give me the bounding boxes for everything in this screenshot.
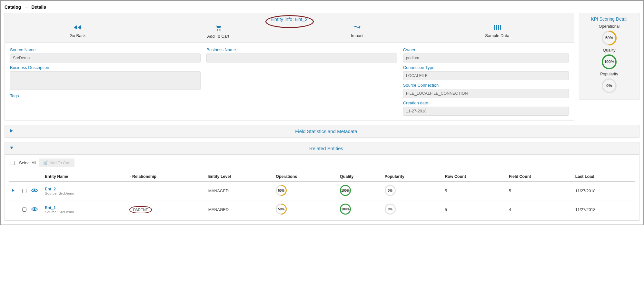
rewind-icon	[73, 24, 82, 31]
breadcrumb-details: Details	[31, 5, 46, 10]
impact-icon	[353, 24, 362, 31]
connection-type-field[interactable]	[403, 71, 569, 80]
row-expand-icon[interactable]	[11, 189, 15, 193]
sort-asc-icon: ↑	[129, 175, 131, 178]
kpi-mini-ring: 0%	[385, 185, 396, 196]
select-all-checkbox[interactable]	[11, 161, 15, 165]
entity-info-title: Entity info: Ent_2	[271, 16, 308, 22]
th-quality[interactable]: Quality	[338, 172, 383, 182]
cart-small-icon: 🛒	[43, 161, 48, 165]
select-all-label: Select All	[19, 160, 36, 165]
business-description-field[interactable]	[10, 71, 201, 90]
owner-label: Owner	[403, 47, 569, 52]
th-row-count[interactable]: Row Count	[443, 172, 507, 182]
th-entity-name[interactable]: Entity Name	[43, 172, 127, 182]
kpi-title: KPI Scoring Detail	[582, 16, 637, 22]
business-name-label: Business Name	[206, 47, 397, 52]
th-relationship[interactable]: ↑ Relationship	[127, 172, 206, 182]
entity-source-label: Source: SrcDemo	[45, 191, 125, 195]
last-load-cell: 11/27/2018	[573, 182, 635, 200]
expand-icon[interactable]	[9, 129, 14, 134]
entity-level-cell: MANAGED	[206, 182, 274, 200]
breadcrumb: Catalog → Details	[5, 3, 639, 13]
related-entities-body: Select All 🛒 Add To Cart Entity Name ↑ R…	[5, 155, 639, 221]
field-count-cell: 4	[507, 200, 573, 219]
svg-point-12	[34, 189, 35, 191]
svg-point-0	[217, 29, 218, 31]
related-entities-header[interactable]: Related Entities	[5, 142, 639, 155]
field-count-cell: 5	[507, 182, 573, 200]
kpi-mini-ring: 0%	[385, 204, 396, 215]
add-to-cart-button[interactable]: Add To Cart	[207, 24, 229, 39]
entity-source-label: Source: SrcDemo	[45, 210, 125, 214]
business-description-label: Business Description	[10, 65, 201, 70]
eye-icon[interactable]	[31, 188, 38, 194]
kpi-mini-ring: 50%	[276, 185, 287, 196]
row-checkbox[interactable]	[22, 207, 26, 212]
cart-icon	[215, 24, 222, 32]
creation-date-label: Creation date	[403, 101, 569, 105]
related-entities-table: Entity Name ↑ Relationship Entity Level …	[9, 172, 635, 219]
go-back-label: Go Back	[70, 33, 86, 38]
kpi-quality-label: Quality	[582, 48, 637, 53]
eye-icon[interactable]	[31, 207, 38, 212]
add-to-cart-label: Add To Cart	[207, 34, 229, 39]
kpi-panel: KPI Scoring Detail Operational 50% Quali…	[579, 13, 639, 100]
last-load-cell: 11/27/2018	[573, 200, 635, 219]
business-name-field[interactable]	[206, 53, 397, 62]
entity-level-cell: MANAGED	[206, 200, 274, 219]
collapse-icon[interactable]	[9, 146, 14, 151]
kpi-popularity-label: Popularity	[582, 72, 637, 76]
field-stats-title: Field Statistics and Metadata	[18, 129, 635, 134]
relationship-badge: PARENT	[129, 206, 152, 213]
th-popularity[interactable]: Popularity	[383, 172, 443, 182]
svg-rect-4	[498, 25, 499, 30]
entity-info-panel: Entity info: Ent_2 Go Back Add To Cart	[5, 13, 574, 43]
th-entity-level[interactable]: Entity Level	[206, 172, 274, 182]
kpi-operational-ring: 50%	[602, 31, 617, 45]
svg-rect-5	[500, 25, 501, 30]
kpi-operational-label: Operational	[582, 24, 637, 29]
add-to-cart-related-button[interactable]: 🛒 Add To Cart	[39, 159, 74, 167]
field-stats-header[interactable]: Field Statistics and Metadata	[5, 125, 639, 138]
related-entities-title: Related Entities	[18, 146, 635, 151]
table-row: Ent_1Source: SrcDemoPARENTMANAGED50%100%…	[9, 200, 635, 219]
row-count-cell: 5	[443, 200, 507, 219]
breadcrumb-catalog[interactable]: Catalog	[5, 5, 21, 10]
row-count-cell: 5	[443, 182, 507, 200]
th-field-count[interactable]: Field Count	[507, 172, 573, 182]
source-name-label: Source Name	[10, 47, 201, 52]
kpi-mini-ring: 100%	[340, 185, 351, 196]
svg-point-19	[34, 208, 35, 210]
source-connection-field[interactable]	[403, 89, 569, 98]
connection-type-label: Connection Type	[403, 65, 569, 70]
th-last-load[interactable]: Last Load	[573, 172, 635, 182]
entity-name-link[interactable]: Ent_2	[45, 187, 125, 191]
barcode-icon	[493, 24, 501, 31]
kpi-mini-ring: 50%	[276, 204, 287, 215]
source-connection-label: Source Connection	[403, 83, 569, 88]
svg-point-1	[219, 29, 221, 31]
source-name-field[interactable]	[10, 53, 201, 62]
impact-label: Impact	[351, 33, 363, 38]
creation-date-field[interactable]	[403, 107, 569, 116]
svg-rect-3	[496, 25, 497, 30]
entity-detail-body: Source Name Business Description Tags Bu…	[5, 43, 574, 120]
kpi-quality-ring: 100%	[602, 54, 617, 69]
table-row: Ent_2Source: SrcDemoMANAGED50%100%0%5511…	[9, 182, 635, 200]
row-checkbox[interactable]	[22, 189, 26, 193]
owner-field[interactable]	[403, 53, 569, 62]
svg-rect-2	[494, 25, 495, 30]
impact-button[interactable]: Impact	[351, 24, 363, 39]
kpi-popularity-ring: 0%	[602, 78, 617, 93]
sample-data-label: Sample Data	[485, 33, 509, 38]
th-operations[interactable]: Operations	[274, 172, 338, 182]
entity-name-link[interactable]: Ent_1	[45, 206, 125, 210]
kpi-mini-ring: 100%	[340, 204, 351, 215]
breadcrumb-sep: →	[24, 5, 28, 10]
sample-data-button[interactable]: Sample Data	[485, 24, 509, 39]
tags-label: Tags	[10, 93, 201, 98]
go-back-button[interactable]: Go Back	[70, 24, 86, 39]
